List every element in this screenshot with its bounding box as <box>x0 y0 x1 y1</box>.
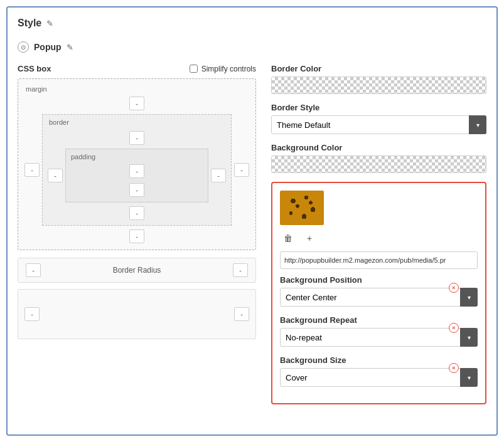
image-preview-area: 🗑 + http://popupbuilder.m2.magezon.com/p… <box>280 191 478 269</box>
border-bottom-btn[interactable]: - <box>129 206 144 220</box>
page-title: Style <box>18 18 41 29</box>
bg-repeat-select[interactable]: No-repeat Repeat Repeat-x Repeat-y <box>280 328 478 347</box>
border-left-btn[interactable]: - <box>48 169 63 182</box>
bg-size-clear-badge[interactable]: × <box>449 363 459 373</box>
image-url-input[interactable]: http://popupbuilder.m2.magezon.com/pub/m… <box>280 251 478 269</box>
bg-position-wrapper: × Center Center Top Left Top Center Top … <box>280 288 478 307</box>
main-layout: CSS box Simplify controls margin - - <box>18 64 486 404</box>
bg-repeat-wrapper: × No-repeat Repeat Repeat-x Repeat-y ▾ <box>280 328 478 347</box>
border-top-btn[interactable]: - <box>129 131 144 145</box>
bg-repeat-select-wrapper: No-repeat Repeat Repeat-x Repeat-y ▾ <box>280 328 478 347</box>
collapse-symbol: ⊙ <box>21 44 26 51</box>
delete-image-button[interactable]: 🗑 <box>280 230 296 246</box>
bottom-section: - - <box>18 289 256 339</box>
image-thumbnail <box>280 191 324 225</box>
bg-position-select[interactable]: Center Center Top Left Top Center Top Ri… <box>280 288 478 307</box>
image-actions: 🗑 + <box>280 230 478 246</box>
border-bottom-area: - <box>48 206 226 220</box>
background-color-label: Background Color <box>271 143 486 152</box>
margin-bottom-btn[interactable]: - <box>129 229 144 243</box>
right-panel: Border Color Border Style Theme Default … <box>271 64 486 404</box>
bg-repeat-label: Background Repeat <box>280 315 478 325</box>
margin-bottom-area: - <box>24 229 249 243</box>
border-color-input[interactable] <box>271 76 486 94</box>
border-style-select[interactable]: Theme Default None Solid Dashed Dotted <box>271 115 486 134</box>
bg-repeat-clear-badge[interactable]: × <box>449 323 459 333</box>
left-panel: CSS box Simplify controls margin - - <box>18 64 256 404</box>
bg-size-select-wrapper: Cover Contain Auto ▾ <box>280 368 478 387</box>
bg-position-label: Background Position <box>280 275 478 285</box>
section-header: ⊙ Popup ✎ <box>18 41 486 53</box>
margin-box: margin - - border - <box>18 78 256 250</box>
simplify-controls: Simplify controls <box>190 65 256 73</box>
add-image-button[interactable]: + <box>301 230 318 246</box>
border-color-label: Border Color <box>271 64 486 73</box>
border-radius-left-btn[interactable]: - <box>26 263 41 277</box>
padding-label: padding <box>71 153 95 160</box>
background-color-input[interactable] <box>271 155 486 173</box>
margin-top-btn[interactable]: - <box>129 97 144 110</box>
padding-bottom-btn[interactable]: - <box>129 183 144 197</box>
bottom-left-btn[interactable]: - <box>24 307 40 321</box>
border-style-wrapper: Theme Default None Solid Dashed Dotted ▾ <box>271 115 486 134</box>
bg-position-select-wrapper: Center Center Top Left Top Center Top Ri… <box>280 288 478 307</box>
section-edit-icon[interactable]: ✎ <box>67 43 73 52</box>
margin-label: margin <box>26 85 47 93</box>
middle-row: - border - - padding <box>24 114 249 226</box>
border-middle-row: - padding - - - <box>48 149 226 203</box>
highlighted-section: 🗑 + http://popupbuilder.m2.magezon.com/p… <box>271 182 486 404</box>
css-box-label: CSS box <box>18 64 51 73</box>
padding-bottom-area: - <box>129 183 144 197</box>
section-title: Popup <box>34 42 62 52</box>
bg-position-group: Background Position × Center Center Top … <box>280 275 478 307</box>
border-style-group: Border Style Theme Default None Solid Da… <box>271 103 486 134</box>
border-label: border <box>49 118 69 126</box>
bg-position-clear-badge[interactable]: × <box>449 283 459 293</box>
border-color-group: Border Color <box>271 64 486 94</box>
bg-size-select[interactable]: Cover Contain Auto <box>280 368 478 387</box>
border-radius-label: Border Radius <box>113 266 161 275</box>
border-right-btn[interactable]: - <box>211 169 226 182</box>
border-top-area: - <box>48 131 226 145</box>
bg-repeat-group: Background Repeat × No-repeat Repeat Rep… <box>280 315 478 347</box>
page-title-edit-icon[interactable]: ✎ <box>46 19 53 28</box>
bottom-right-btn[interactable]: - <box>234 307 249 321</box>
simplify-checkbox[interactable] <box>190 65 198 73</box>
bg-size-group: Background Size × Cover Contain Auto ▾ <box>280 355 478 387</box>
cookie-image <box>280 191 324 225</box>
margin-top-area: - <box>24 97 249 110</box>
simplify-label: Simplify controls <box>201 65 256 73</box>
border-radius-box: - Border Radius - <box>18 258 256 283</box>
border-radius-right-btn[interactable]: - <box>233 263 248 277</box>
margin-left-btn[interactable]: - <box>24 163 40 177</box>
padding-top-area: - <box>129 164 144 178</box>
border-box: border - - padding - <box>42 114 232 226</box>
collapse-icon[interactable]: ⊙ <box>18 41 29 53</box>
padding-box: padding - - <box>65 149 208 203</box>
bg-size-label: Background Size <box>280 355 478 365</box>
margin-right-btn[interactable]: - <box>234 163 249 177</box>
padding-top-btn[interactable]: - <box>129 164 144 178</box>
border-style-label: Border Style <box>271 103 486 112</box>
page-title-area: Style ✎ <box>18 18 486 29</box>
background-color-group: Background Color <box>271 143 486 173</box>
bg-size-wrapper: × Cover Contain Auto ▾ <box>280 368 478 387</box>
css-box-header: CSS box Simplify controls <box>18 64 256 73</box>
main-container: Style ✎ ⊙ Popup ✎ CSS box Simplify contr… <box>6 6 498 436</box>
